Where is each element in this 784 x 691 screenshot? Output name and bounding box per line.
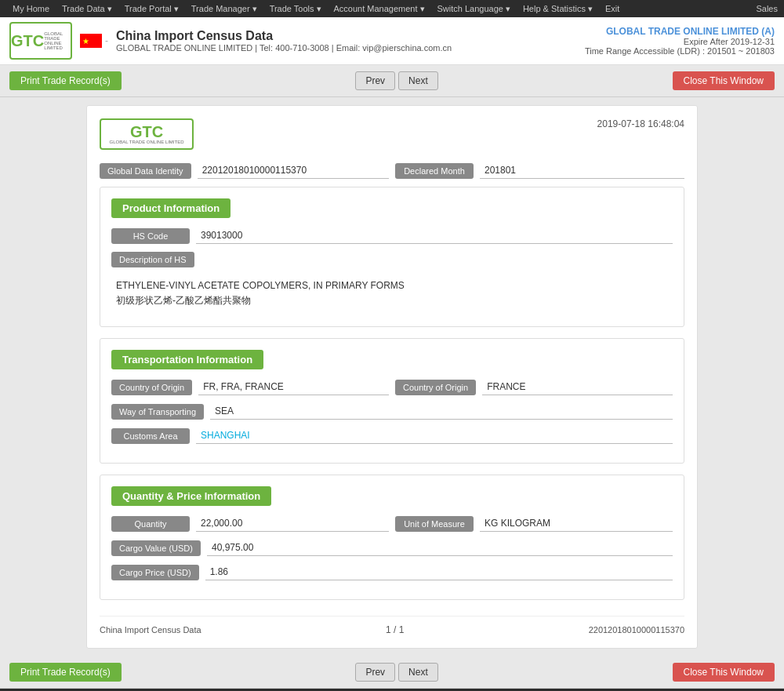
quantity-label: Quantity: [111, 516, 190, 532]
print-button-bottom[interactable]: Print Trade Record(s): [9, 663, 122, 682]
card-footer-center: 1 / 1: [386, 624, 404, 635]
record-card: GTC GLOBAL TRADE ONLINE LIMITED 2019-07-…: [86, 105, 698, 649]
prev-button-bottom[interactable]: Prev: [355, 663, 395, 682]
close-button-top[interactable]: Close This Window: [673, 71, 775, 90]
record-header: GTC GLOBAL TRADE ONLINE LIMITED 2019-07-…: [100, 118, 684, 150]
transport-info-section: Transportation Information Country of Or…: [100, 338, 684, 464]
declared-month-value: 201801: [480, 162, 684, 179]
card-footer-left: China Import Census Data: [100, 625, 201, 635]
china-flag: [80, 34, 102, 48]
nav-exit[interactable]: Exit: [599, 2, 626, 16]
chevron-down-icon: ▾: [252, 4, 257, 14]
transport-info-header: Transportation Information: [111, 350, 263, 369]
cargo-price-label: Cargo Price (USD): [111, 565, 199, 580]
close-button-bottom[interactable]: Close This Window: [673, 663, 775, 682]
desc-english: ETHYLENE-VINYL ACETATE COPOLYMERS, IN PR…: [116, 280, 668, 291]
bottom-action-bar: Print Trade Record(s) Prev Next Close Th…: [0, 656, 784, 689]
country-origin-row: Country of Origin FR, FRA, FRANCE Countr…: [111, 379, 673, 395]
unit-measure-label: Unit of Measure: [395, 516, 474, 532]
global-identity-pair: Global Data Identity 2201201801000011537…: [100, 162, 389, 179]
nav-trade-manager[interactable]: Trade Manager ▾: [185, 2, 263, 16]
hs-code-row: HS Code 39013000: [111, 227, 673, 244]
cargo-price-row: Cargo Price (USD) 1.86: [111, 564, 673, 580]
quantity-value: 22,000.00: [196, 515, 389, 532]
chevron-down-icon: ▾: [174, 4, 179, 14]
way-transport-label: Way of Transporting: [111, 404, 204, 420]
unit-measure-pair: Unit of Measure KG KILOGRAM: [395, 515, 673, 532]
main-content: GTC GLOBAL TRADE ONLINE LIMITED 2019-07-…: [0, 97, 784, 656]
customs-area-row: Customs Area SHANGHAI: [111, 427, 673, 444]
header-left: GTC GLOBAL TRADE ONLINE LIMITED - China …: [9, 22, 452, 60]
print-button-top[interactable]: Print Trade Record(s): [9, 71, 122, 90]
country-origin-value2: FRANCE: [482, 379, 673, 395]
chevron-down-icon: ▾: [107, 4, 112, 14]
nav-trade-portal[interactable]: Trade Portal ▾: [118, 2, 185, 16]
nav-my-home[interactable]: My Home: [6, 2, 56, 16]
page-header: GTC GLOBAL TRADE ONLINE LIMITED - China …: [0, 17, 784, 65]
card-footer-right: 22012018010000115370: [589, 625, 684, 635]
expire-date: Expire After 2019-12-31: [585, 37, 775, 46]
global-identity-row: Global Data Identity 2201201801000011537…: [100, 162, 684, 179]
desc-chinese: 初级形状乙烯-乙酸乙烯酯共聚物: [116, 294, 668, 307]
global-data-identity-label: Global Data Identity: [100, 163, 191, 179]
global-data-identity-value: 22012018010000115370: [198, 162, 389, 179]
page-subtitle: GLOBAL TRADE ONLINE LIMITED | Tel: 400-7…: [116, 43, 452, 53]
nav-menu: My Home Trade Data ▾ Trade Portal ▾ Trad…: [6, 2, 626, 16]
qty-price-section: Quantity & Price Information Quantity 22…: [100, 475, 684, 600]
country-origin-pair2: Country of Origin FRANCE: [395, 379, 673, 395]
next-button-bottom[interactable]: Next: [398, 663, 438, 682]
ldr-range: Time Range Accessible (LDR) : 201501 ~ 2…: [585, 46, 775, 56]
way-transport-value: SEA: [210, 403, 673, 420]
customs-area-value: SHANGHAI: [196, 427, 673, 444]
country-origin-value1: FR, FRA, FRANCE: [198, 379, 389, 395]
card-footer: China Import Census Data 1 / 1 220120180…: [100, 616, 684, 635]
quantity-row: Quantity 22,000.00 Unit of Measure KG KI…: [111, 515, 673, 532]
desc-hs-label: Description of HS: [111, 252, 194, 267]
cargo-price-value: 1.86: [205, 564, 673, 580]
cargo-value-label: Cargo Value (USD): [111, 540, 201, 556]
way-transport-row: Way of Transporting SEA: [111, 403, 673, 420]
navigation-buttons-bottom: Prev Next: [355, 663, 437, 682]
next-button-top[interactable]: Next: [398, 71, 438, 90]
chevron-down-icon: ▾: [317, 4, 321, 14]
record-timestamp: 2019-07-18 16:48:04: [597, 118, 684, 129]
unit-measure-value: KG KILOGRAM: [480, 515, 673, 532]
nav-switch-language[interactable]: Switch Language ▾: [431, 2, 517, 16]
nav-trade-tools[interactable]: Trade Tools ▾: [263, 2, 328, 16]
nav-trade-data[interactable]: Trade Data ▾: [56, 2, 118, 16]
desc-hs-row: Description of HS: [111, 252, 673, 267]
description-block: ETHYLENE-VINYL ACETATE COPOLYMERS, IN PR…: [111, 275, 673, 315]
header-title-block: China Import Census Data GLOBAL TRADE ON…: [116, 29, 452, 53]
chevron-down-icon: ▾: [588, 4, 593, 14]
country-origin-label2: Country of Origin: [395, 380, 476, 395]
company-logo: GTC GLOBAL TRADE ONLINE LIMITED: [9, 22, 72, 60]
customs-area-label: Customs Area: [111, 428, 190, 444]
country-origin-label1: Country of Origin: [111, 380, 192, 395]
country-origin-pair1: Country of Origin FR, FRA, FRANCE: [111, 379, 389, 395]
qty-price-header: Quantity & Price Information: [111, 486, 271, 506]
chevron-down-icon: ▾: [420, 4, 425, 14]
navigation-buttons-top: Prev Next: [355, 71, 437, 90]
cargo-value-value: 40,975.00: [207, 540, 673, 556]
chevron-down-icon: ▾: [506, 4, 510, 14]
product-info-header: Product Information: [111, 198, 230, 218]
top-navigation: My Home Trade Data ▾ Trade Portal ▾ Trad…: [0, 0, 784, 17]
hs-code-value: 39013000: [196, 227, 673, 244]
declared-month-pair: Declared Month 201801: [395, 162, 684, 179]
declared-month-label: Declared Month: [395, 163, 474, 179]
header-right: GLOBAL TRADE ONLINE LIMITED (A) Expire A…: [585, 26, 775, 56]
flag-container: -: [80, 34, 108, 48]
cargo-value-row: Cargo Value (USD) 40,975.00: [111, 540, 673, 556]
prev-button-top[interactable]: Prev: [355, 71, 395, 90]
page-title: China Import Census Data: [116, 29, 452, 43]
company-name: GLOBAL TRADE ONLINE LIMITED (A): [585, 26, 775, 37]
hs-code-label: HS Code: [111, 228, 190, 244]
nav-sales: Sales: [756, 4, 778, 13]
nav-account-management[interactable]: Account Management ▾: [328, 2, 431, 16]
product-info-section: Product Information HS Code 39013000 Des…: [100, 187, 684, 327]
quantity-pair: Quantity 22,000.00: [111, 515, 389, 532]
top-action-bar: Print Trade Record(s) Prev Next Close Th…: [0, 65, 784, 97]
record-logo: GTC GLOBAL TRADE ONLINE LIMITED: [100, 118, 194, 150]
nav-help-statistics[interactable]: Help & Statistics ▾: [517, 2, 599, 16]
